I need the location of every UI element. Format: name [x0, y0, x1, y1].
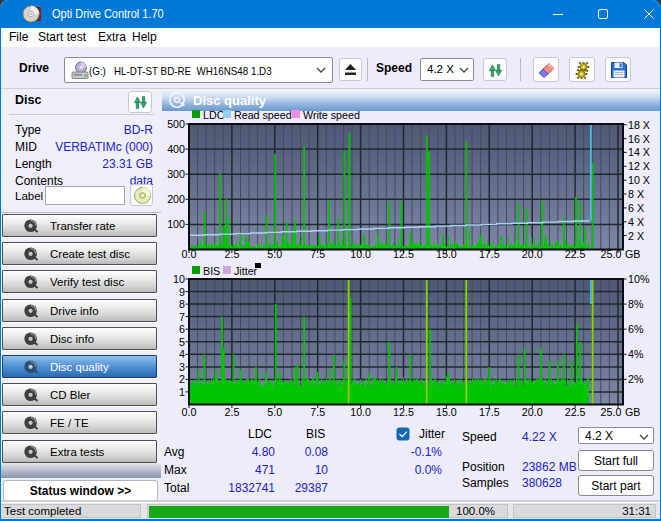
svg-text:12.5: 12.5 — [393, 406, 414, 418]
svg-text:500: 500 — [167, 118, 185, 130]
svg-text:6%: 6% — [628, 323, 644, 335]
svg-text:18 X: 18 X — [628, 119, 650, 131]
svg-text:4 X: 4 X — [628, 216, 644, 228]
svg-text:200: 200 — [167, 193, 185, 205]
svg-text:Jitter: Jitter — [234, 265, 258, 277]
svg-text:1: 1 — [179, 386, 185, 398]
svg-text:25.0: 25.0 — [601, 406, 622, 418]
svg-text:22.5: 22.5 — [565, 406, 586, 418]
svg-text:20.0: 20.0 — [522, 248, 543, 260]
svg-text:10 X: 10 X — [628, 174, 650, 186]
svg-text:14 X: 14 X — [628, 146, 650, 158]
svg-text:10.0: 10.0 — [350, 406, 371, 418]
svg-text:GB: GB — [625, 248, 640, 260]
svg-text:2: 2 — [179, 373, 185, 385]
svg-text:7.5: 7.5 — [310, 248, 325, 260]
svg-text:2%: 2% — [628, 373, 644, 385]
svg-text:15.0: 15.0 — [436, 248, 457, 260]
svg-text:300: 300 — [167, 168, 185, 180]
svg-text:3: 3 — [179, 361, 185, 373]
svg-text:0.0: 0.0 — [182, 248, 197, 260]
svg-text:400: 400 — [167, 143, 185, 155]
svg-text:5.0: 5.0 — [267, 248, 282, 260]
svg-text:12.5: 12.5 — [393, 248, 414, 260]
svg-text:10%: 10% — [628, 273, 650, 285]
svg-text:5: 5 — [179, 336, 185, 348]
svg-text:Write speed: Write speed — [303, 109, 360, 121]
svg-text:BIS: BIS — [203, 265, 220, 277]
svg-text:4: 4 — [179, 348, 185, 360]
svg-text:4%: 4% — [628, 348, 644, 360]
svg-text:15.0: 15.0 — [436, 406, 457, 418]
svg-text:8%: 8% — [628, 298, 644, 310]
svg-text:22.5: 22.5 — [565, 248, 586, 260]
svg-text:5.0: 5.0 — [267, 406, 282, 418]
svg-text:8: 8 — [179, 298, 185, 310]
svg-text:6: 6 — [179, 323, 185, 335]
svg-text:8 X: 8 X — [628, 188, 644, 200]
svg-text:20.0: 20.0 — [522, 406, 543, 418]
svg-text:2 X: 2 X — [628, 230, 644, 242]
svg-text:25.0: 25.0 — [601, 248, 622, 260]
svg-text:9: 9 — [179, 286, 185, 298]
svg-text:2.5: 2.5 — [224, 248, 239, 260]
svg-text:LDC: LDC — [203, 109, 225, 121]
svg-text:16 X: 16 X — [628, 133, 650, 145]
svg-text:10.0: 10.0 — [350, 248, 371, 260]
svg-text:7: 7 — [179, 311, 185, 323]
svg-text:GB: GB — [625, 406, 640, 418]
svg-text:10: 10 — [173, 273, 185, 285]
svg-text:2.5: 2.5 — [224, 406, 239, 418]
svg-text:17.5: 17.5 — [479, 406, 500, 418]
svg-text:7.5: 7.5 — [310, 406, 325, 418]
svg-text:0.0: 0.0 — [182, 406, 197, 418]
svg-text:Read speed: Read speed — [234, 109, 292, 121]
svg-text:6 X: 6 X — [628, 202, 644, 214]
svg-text:100: 100 — [167, 218, 185, 230]
svg-text:12 X: 12 X — [628, 160, 650, 172]
svg-text:17.5: 17.5 — [479, 248, 500, 260]
